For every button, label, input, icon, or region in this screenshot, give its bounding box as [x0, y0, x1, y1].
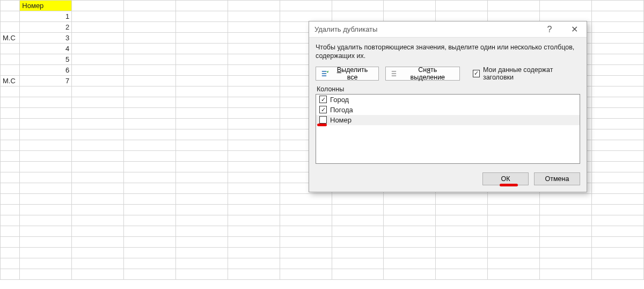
cell[interactable]: М.С	[1, 33, 20, 44]
svg-rect-4	[392, 73, 396, 74]
cell[interactable]: 1	[20, 11, 72, 22]
columns-listbox[interactable]: ✓ Город ✓ Погода Номер	[316, 94, 580, 164]
column-name: Номер	[330, 116, 352, 124]
unselect-all-button[interactable]: Снять выделение	[385, 67, 460, 81]
cell[interactable]	[124, 1, 176, 11]
cell[interactable]	[175, 1, 228, 11]
cell[interactable]	[280, 1, 332, 11]
my-data-has-headers-checkbox[interactable]: ✓ Мои данные содержат заголовки	[473, 66, 580, 81]
cell[interactable]	[488, 1, 540, 11]
cell[interactable]	[540, 1, 592, 11]
column-checkbox-gorod[interactable]: ✓ Город	[316, 95, 580, 105]
select-all-icon	[321, 70, 328, 77]
cell[interactable]	[1, 44, 20, 54]
cell[interactable]: М.С	[1, 76, 20, 86]
cell[interactable]	[1, 65, 20, 76]
remove-duplicates-dialog: Удалить дубликаты ? ✕ Чтобы удалить повт…	[309, 21, 587, 192]
cell[interactable]: 2	[20, 22, 72, 33]
checkbox-icon: ✓	[319, 106, 327, 113]
cell[interactable]: 5	[20, 54, 72, 65]
checkbox-icon	[319, 116, 327, 124]
cell[interactable]: 4	[20, 44, 72, 54]
annotation-mark	[317, 124, 327, 126]
column-name: Погода	[330, 106, 353, 114]
svg-rect-5	[392, 75, 396, 76]
svg-rect-0	[322, 71, 326, 72]
dialog-titlebar[interactable]: Удалить дубликаты ? ✕	[309, 21, 587, 38]
cell[interactable]	[591, 1, 643, 11]
checkbox-icon: ✓	[319, 96, 327, 103]
annotation-mark	[500, 184, 518, 186]
cancel-button[interactable]: Отмена	[534, 172, 580, 185]
column-checkbox-pogoda[interactable]: ✓ Погода	[316, 105, 580, 115]
dialog-title: Удалить дубликаты	[314, 25, 377, 33]
cell[interactable]: 6	[20, 65, 72, 76]
unselect-all-icon	[391, 70, 398, 77]
cell[interactable]	[1, 22, 20, 33]
cell[interactable]	[384, 1, 436, 11]
headers-label: Мои данные содержат заголовки	[483, 66, 580, 81]
dialog-instruction: Чтобы удалить повторяющиеся значения, вы…	[316, 43, 580, 61]
select-all-button[interactable]: Выделить все	[316, 67, 379, 81]
cell[interactable]: 7	[20, 76, 72, 86]
column-checkbox-nomer[interactable]: Номер	[316, 115, 580, 125]
svg-rect-2	[322, 75, 326, 76]
cell[interactable]	[1, 11, 20, 22]
cell[interactable]	[72, 1, 124, 11]
column-name: Город	[330, 96, 349, 104]
svg-rect-3	[392, 71, 396, 72]
cell[interactable]	[228, 1, 280, 11]
cell[interactable]	[1, 54, 20, 65]
cell[interactable]	[436, 1, 488, 11]
cell[interactable]	[1, 1, 20, 11]
help-button[interactable]: ?	[537, 21, 562, 38]
svg-rect-1	[322, 73, 326, 74]
cell[interactable]	[332, 1, 384, 11]
cell[interactable]: 3	[20, 33, 72, 44]
close-button[interactable]: ✕	[562, 21, 587, 38]
columns-section-label: Колонны	[317, 85, 580, 93]
checkbox-icon: ✓	[473, 70, 480, 77]
ok-button[interactable]: ОК	[482, 172, 529, 185]
column-header-nomer[interactable]: Номер	[20, 1, 72, 11]
